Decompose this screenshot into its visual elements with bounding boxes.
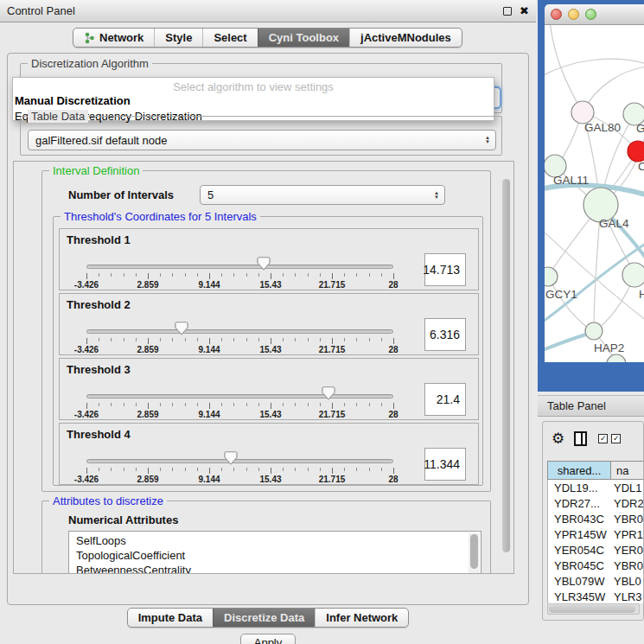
network-node[interactable] (622, 263, 644, 287)
cell-shared-name: YLR345W (548, 590, 611, 603)
network-node[interactable] (628, 141, 644, 162)
float-window-icon[interactable] (503, 7, 512, 16)
tab-network[interactable]: Network (73, 29, 154, 47)
attribute-list-item[interactable]: SelfLoops (76, 533, 481, 548)
number-of-intervals-combo[interactable]: 5 ▲▼ (200, 185, 445, 205)
axis-tick-label: 9.144 (198, 410, 220, 419)
attributes-list-scrollbar[interactable] (469, 532, 480, 574)
slider-thumb[interactable] (257, 257, 271, 271)
minimize-traffic-light-icon[interactable] (568, 9, 579, 20)
network-canvas[interactable]: GAL80GACGAL11GAL4GCY1HHAP2 (545, 25, 644, 362)
axis-tick-label: 15.43 (259, 410, 281, 419)
slider-thumb[interactable] (224, 451, 238, 465)
threshold-slider[interactable]: -3.4262.8599.14415.4321.71528 (60, 294, 478, 354)
number-of-intervals-label: Number of Intervals (68, 188, 174, 201)
interval-definition-label: Interval Definition (49, 164, 143, 177)
column-layout-icon[interactable] (574, 431, 587, 446)
axis-tick-label: 9.144 (198, 280, 220, 290)
control-panel-titlebar: Control Panel ✖ (0, 0, 536, 22)
network-graph: GAL80GACGAL11GAL4GCY1HHAP2 (545, 25, 644, 362)
slider-thumb[interactable] (322, 386, 335, 400)
network-window-titlebar (545, 4, 644, 25)
slider-thumb[interactable] (175, 322, 188, 335)
network-edge (545, 59, 644, 77)
tab-discretize-data[interactable]: Discretize Data (213, 609, 315, 627)
axis-tick-label: 21.715 (319, 475, 346, 484)
axis-tick-label: -3.426 (74, 410, 99, 419)
bottom-tab-bar: Impute DataDiscretize DataInfer Network (0, 608, 536, 628)
axis-tick-label: 9.144 (198, 475, 220, 484)
numerical-attributes-list[interactable]: SelfLoopsTopologicalCoefficientBetweenne… (68, 531, 481, 574)
table-row[interactable]: YBL079WYBL0 (548, 573, 644, 589)
checkbox-icon-2[interactable]: ✓ (611, 434, 621, 443)
cell-name: YDL1 (611, 481, 644, 494)
tab-jactivemnodules[interactable]: jActiveMNodules (349, 29, 462, 47)
axis-tick-label: 21.715 (319, 410, 346, 419)
tab-style[interactable]: Style (154, 29, 202, 47)
axis-tick-label: 15.43 (259, 475, 281, 484)
node-label: H (639, 288, 644, 301)
attribute-list-item[interactable]: BetweennessCentrality (76, 563, 481, 574)
threshold-slider[interactable]: -3.4262.8599.14415.4321.71528 (60, 359, 478, 419)
axis-tick-label: 28 (388, 345, 398, 354)
table-panel-toolbar: ⚙ ✓ ✓ (543, 422, 643, 455)
cell-name: YLR3 (611, 590, 644, 603)
network-node[interactable] (607, 354, 626, 362)
apply-button[interactable]: Apply (240, 634, 296, 644)
attributes-group-label: Attributes to discretize (49, 494, 167, 507)
axis-tick-label: 28 (388, 410, 398, 419)
cell-name: YBR0 (611, 559, 644, 572)
gear-icon[interactable]: ⚙ (552, 430, 564, 448)
network-icon (84, 32, 95, 44)
tab-select[interactable]: Select (202, 29, 257, 47)
cell-shared-name: YBR043C (548, 513, 611, 526)
table-row[interactable]: YLR345WYLR3 (548, 589, 644, 603)
discretization-algorithm-label: Discretization Algorithm (28, 57, 152, 70)
close-traffic-light-icon[interactable] (551, 9, 562, 20)
threshold-value-field[interactable]: 6.316 (424, 318, 466, 351)
network-node[interactable] (585, 322, 603, 340)
cell-shared-name: YPR145W (548, 528, 611, 541)
table-row[interactable]: YER054CYER0 (548, 542, 644, 558)
node-table-header: shared... na (547, 461, 644, 480)
algorithm-popup-hint: Select algorithm to view settings (13, 78, 494, 93)
axis-tick-label: 21.715 (319, 345, 346, 354)
threshold-value-field[interactable]: 11.344 (424, 448, 466, 481)
cyni-toolbox-panel: Discretization Algorithm Select algorith… (7, 53, 529, 605)
algorithm-option-manual[interactable]: Manual Discretization (13, 93, 494, 109)
table-data-label: Table Data (28, 110, 88, 123)
table-horizontal-scrollbar[interactable] (547, 603, 640, 615)
cell-shared-name: YER054C (548, 544, 611, 557)
tab-impute-data[interactable]: Impute Data (128, 609, 213, 627)
network-node[interactable] (545, 267, 558, 286)
table-row[interactable]: YDL19...YDL1 (548, 480, 644, 495)
axis-tick-label: 2.859 (137, 345, 158, 354)
column-header-shared-name[interactable]: shared... (548, 462, 611, 479)
attribute-list-item[interactable]: TopologicalCoefficient (76, 548, 481, 563)
table-data-combo[interactable]: galFiltered.sif default node ▲▼ (28, 130, 496, 150)
tab-infer-network[interactable]: Infer Network (315, 609, 408, 627)
axis-tick-label: 2.859 (137, 410, 158, 419)
thresholds-group: Threshold's Coordinates for 5 Intervals … (53, 216, 483, 486)
zoom-traffic-light-icon[interactable] (585, 9, 596, 20)
thresholds-group-label: Threshold's Coordinates for 5 Intervals (61, 210, 260, 223)
top-tab-bar: NetworkStyleSelectCyni ToolboxjActiveMNo… (73, 28, 462, 48)
threshold-panel-4: Threshold 4-3.4262.8599.14415.4321.71528… (59, 423, 479, 485)
threshold-slider[interactable]: -3.4262.8599.14415.4321.71528 (60, 229, 478, 290)
table-row[interactable]: YBR043CYBR0 (548, 511, 644, 526)
column-header-name[interactable]: na (611, 462, 644, 479)
threshold-slider[interactable]: -3.4262.8599.14415.4321.71528 (60, 424, 478, 484)
combo-arrows-icon: ▲▼ (485, 136, 490, 144)
threshold-value-field[interactable]: 21.4 (424, 383, 466, 416)
panel-vertical-scrollbar[interactable] (501, 163, 512, 571)
node-label: GAL11 (553, 174, 589, 187)
cell-name: YBL0 (611, 575, 644, 588)
close-icon[interactable]: ✖ (520, 7, 529, 16)
threshold-value-field[interactable]: 14.713 (424, 253, 466, 286)
table-row[interactable]: YBR045CYBR0 (548, 558, 644, 573)
axis-tick-label: 28 (388, 280, 398, 290)
checkbox-icon-1[interactable]: ✓ (598, 434, 608, 443)
tab-cyni-toolbox[interactable]: Cyni Toolbox (258, 29, 349, 47)
table-row[interactable]: YPR145WYPR1 (548, 526, 644, 542)
table-row[interactable]: YDR27...YDR2 (548, 495, 644, 511)
